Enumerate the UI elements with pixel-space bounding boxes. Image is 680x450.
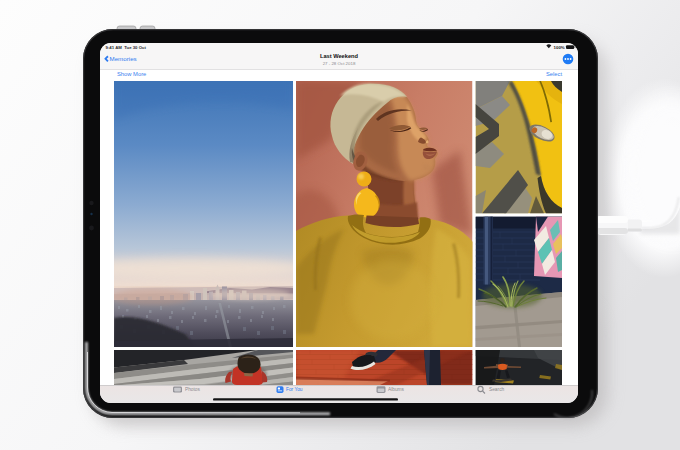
svg-text:100%: 100% [554, 45, 565, 50]
svg-text:Photos: Photos [185, 387, 201, 392]
svg-text:Memories: Memories [110, 55, 137, 62]
svg-text:9:41 AM Tue 30 Oct: 9:41 AM Tue 30 Oct [106, 45, 147, 50]
svg-text:Select: Select [546, 71, 563, 77]
svg-text:27 - 28 Oct 2018: 27 - 28 Oct 2018 [323, 61, 356, 66]
svg-text:Show More: Show More [117, 71, 146, 77]
svg-text:Last Weekend: Last Weekend [320, 53, 359, 59]
svg-text:For You: For You [286, 387, 303, 392]
svg-text:Albums: Albums [388, 387, 405, 392]
svg-text:Search: Search [489, 387, 505, 392]
